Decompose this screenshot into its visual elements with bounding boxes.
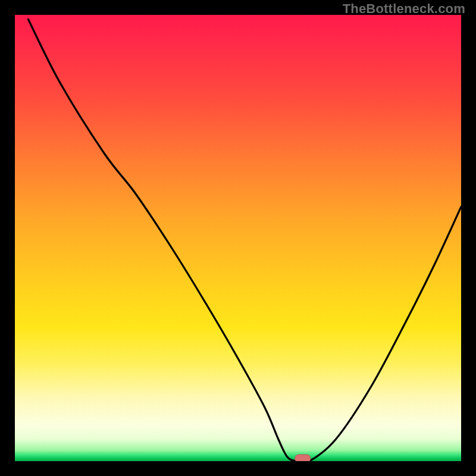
curve-overlay xyxy=(15,15,461,461)
watermark-text: TheBottleneck.com xyxy=(343,1,465,17)
bottleneck-curve-line xyxy=(29,20,462,462)
plot-area xyxy=(15,15,461,461)
optimum-marker xyxy=(295,455,311,461)
chart-frame: TheBottleneck.com xyxy=(0,0,476,476)
